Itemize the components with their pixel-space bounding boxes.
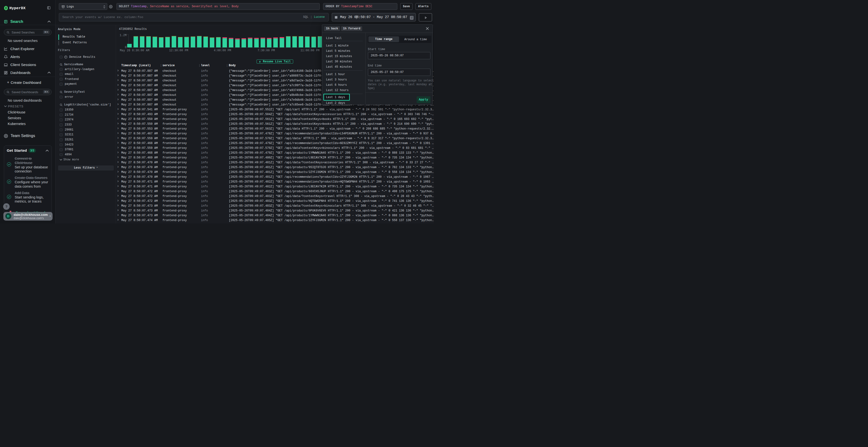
svg-text:1.2M: 1.2M	[120, 34, 127, 37]
svg-text:12:30:00 PM: 12:30:00 PM	[169, 49, 188, 52]
svg-text:7:30:00 PM: 7:30:00 PM	[257, 49, 275, 52]
svg-text:4:00:00 PM: 4:00:00 PM	[214, 49, 231, 52]
svg-text:May 26 8:30:00 AM: May 26 8:30:00 AM	[120, 49, 149, 52]
svg-text:0: 0	[125, 46, 127, 49]
svg-text:11:00:00 PM: 11:00:00 PM	[301, 49, 319, 52]
